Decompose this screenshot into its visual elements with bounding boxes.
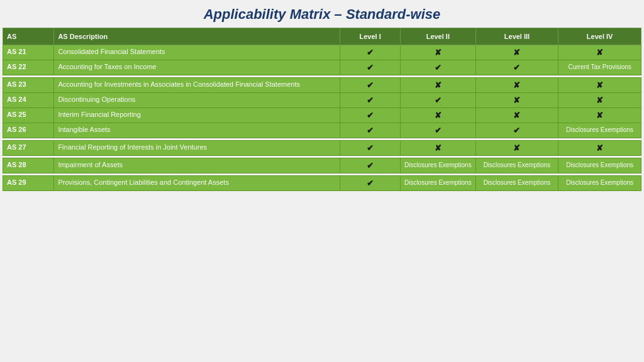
table-cell-desc: Consolidated Financial Statements bbox=[54, 45, 340, 60]
page: Applicability Matrix – Standard-wise AS … bbox=[0, 0, 644, 362]
header-desc: AS Description bbox=[54, 28, 340, 45]
table-cell: AS 27 bbox=[3, 141, 54, 156]
cross-mark: ✘ bbox=[435, 48, 441, 57]
check-mark: ✔ bbox=[513, 126, 520, 135]
check-mark: ✔ bbox=[367, 178, 374, 188]
table-cell: AS 29 bbox=[3, 176, 54, 191]
table-cell: ✔ bbox=[340, 176, 401, 191]
table-cell-desc: Provisions, Contingent Liabilities and C… bbox=[54, 176, 340, 191]
table-cell: ✔ bbox=[400, 123, 475, 138]
note-text: Disclosures Exemptions bbox=[484, 162, 551, 168]
table-row: AS 26Intangible Assets✔✔✔Disclosures Exe… bbox=[3, 123, 641, 138]
table-cell: ✘ bbox=[558, 108, 641, 123]
table-cell-desc: Discontinuing Operations bbox=[54, 93, 340, 108]
table-cell: ✔ bbox=[340, 123, 401, 138]
applicability-matrix-table: AS AS Description Level I Level II Level… bbox=[3, 28, 641, 191]
table-cell: Disclosures Exemptions bbox=[475, 158, 558, 173]
cross-mark: ✘ bbox=[513, 80, 520, 90]
table-cell: ✘ bbox=[558, 45, 641, 60]
cross-mark: ✘ bbox=[435, 80, 441, 90]
table-cell: ✘ bbox=[400, 141, 475, 156]
table-cell: AS 23 bbox=[3, 78, 54, 93]
note-text: Current Tax Provisions bbox=[568, 63, 631, 70]
table-row: AS 21Consolidated Financial Statements✔✘… bbox=[3, 45, 641, 60]
table-cell: AS 22 bbox=[3, 60, 54, 75]
header-as: AS bbox=[3, 28, 54, 45]
check-mark: ✔ bbox=[435, 96, 441, 105]
note-text: Disclosures Exemptions bbox=[566, 162, 633, 168]
table-row: AS 23Accounting for Investments in Assoc… bbox=[3, 78, 641, 93]
check-mark: ✔ bbox=[367, 143, 374, 153]
table-row: AS 22Accounting for Taxes on Income✔✔✔Cu… bbox=[3, 60, 641, 75]
table-cell: ✘ bbox=[475, 108, 558, 123]
table-cell: ✘ bbox=[558, 141, 641, 156]
table-row: AS 27Financial Reporting of Interests in… bbox=[3, 141, 641, 156]
table-cell: ✘ bbox=[475, 93, 558, 108]
table-cell: ✘ bbox=[400, 108, 475, 123]
page-title: Applicability Matrix – Standard-wise bbox=[0, 6, 644, 23]
table-cell: ✔ bbox=[340, 158, 401, 173]
cross-mark: ✘ bbox=[513, 96, 520, 105]
table-cell-desc: Financial Reporting of Interests in Join… bbox=[54, 141, 340, 156]
title-area: Applicability Matrix – Standard-wise bbox=[0, 0, 644, 28]
table-cell-desc: Intangible Assets bbox=[54, 123, 340, 138]
table-cell-desc: Accounting for Investments in Associates… bbox=[54, 78, 340, 93]
table-cell: Disclosures Exemptions bbox=[400, 158, 475, 173]
table-cell: ✔ bbox=[475, 60, 558, 75]
check-mark: ✔ bbox=[367, 63, 374, 72]
header-level1: Level I bbox=[340, 28, 401, 45]
table-cell: ✔ bbox=[340, 141, 401, 156]
table-cell: ✔ bbox=[400, 60, 475, 75]
cross-mark: ✘ bbox=[596, 48, 603, 57]
table-header-row: AS AS Description Level I Level II Level… bbox=[3, 28, 641, 45]
table-cell: ✘ bbox=[558, 93, 641, 108]
table-cell: ✔ bbox=[340, 108, 401, 123]
header-level3: Level III bbox=[475, 28, 558, 45]
table-cell: ✔ bbox=[400, 93, 475, 108]
cross-mark: ✘ bbox=[513, 111, 520, 120]
table-cell: ✘ bbox=[475, 45, 558, 60]
table-cell: AS 21 bbox=[3, 45, 54, 60]
check-mark: ✔ bbox=[367, 48, 374, 57]
table-cell: Disclosures Exemptions bbox=[400, 176, 475, 191]
note-text: Disclosures Exemptions bbox=[484, 179, 551, 186]
check-mark: ✔ bbox=[367, 96, 374, 105]
table-cell-desc: Impairment of Assets bbox=[54, 158, 340, 173]
table-row: AS 24Discontinuing Operations✔✔✘✘ bbox=[3, 93, 641, 108]
table-cell: Disclosures Exemptions bbox=[558, 176, 641, 191]
table-cell: ✘ bbox=[558, 78, 641, 93]
check-mark: ✔ bbox=[513, 63, 520, 72]
table-cell: Disclosures Exemptions bbox=[558, 123, 641, 138]
note-text: Disclosures Exemptions bbox=[566, 126, 633, 133]
table-cell: ✔ bbox=[340, 78, 401, 93]
check-mark: ✔ bbox=[367, 161, 374, 170]
table-cell: ✘ bbox=[475, 78, 558, 93]
table-cell: AS 28 bbox=[3, 158, 54, 173]
table-cell: Current Tax Provisions bbox=[558, 60, 641, 75]
header-level2: Level II bbox=[400, 28, 475, 45]
table-cell: ✘ bbox=[400, 78, 475, 93]
table-cell: ✘ bbox=[400, 45, 475, 60]
check-mark: ✔ bbox=[367, 80, 374, 90]
cross-mark: ✘ bbox=[596, 96, 603, 105]
table-container: AS AS Description Level I Level II Level… bbox=[0, 28, 644, 362]
table-cell: AS 24 bbox=[3, 93, 54, 108]
check-mark: ✔ bbox=[367, 111, 374, 120]
table-cell: ✔ bbox=[340, 93, 401, 108]
cross-mark: ✘ bbox=[435, 111, 441, 120]
table-cell: ✔ bbox=[475, 123, 558, 138]
table-row: AS 29Provisions, Contingent Liabilities … bbox=[3, 176, 641, 191]
table-cell: ✔ bbox=[340, 45, 401, 60]
table-row: AS 25Interim Financial Reporting✔✘✘✘ bbox=[3, 108, 641, 123]
table-cell: Disclosures Exemptions bbox=[475, 176, 558, 191]
note-text: Disclosures Exemptions bbox=[404, 162, 472, 168]
table-cell: ✔ bbox=[340, 60, 401, 75]
header-level4: Level IV bbox=[558, 28, 641, 45]
table-cell: ✘ bbox=[475, 141, 558, 156]
table-cell: Disclosures Exemptions bbox=[558, 158, 641, 173]
table-cell: AS 25 bbox=[3, 108, 54, 123]
check-mark: ✔ bbox=[435, 63, 441, 72]
note-text: Disclosures Exemptions bbox=[404, 179, 472, 186]
cross-mark: ✘ bbox=[596, 111, 603, 120]
check-mark: ✔ bbox=[367, 126, 374, 135]
